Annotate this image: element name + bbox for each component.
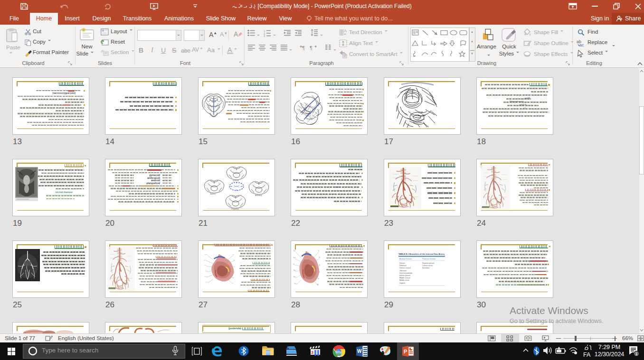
svg-text:Il.a: Il.a xyxy=(204,264,206,266)
svg-text:Lateral sacral: Lateral sacral xyxy=(422,265,433,267)
svg-text:Superior gluteal: Superior gluteal xyxy=(422,262,434,264)
svg-text:Ur: Ur xyxy=(318,250,320,252)
svg-text:Inferior gluteal: Inferior gluteal xyxy=(399,275,410,277)
svg-text:1: 1 xyxy=(635,351,638,356)
svg-text:Lv: Lv xyxy=(233,277,235,278)
svg-text:Posterior Division: Posterior Division xyxy=(422,258,436,260)
svg-text:Platypelloid: Platypelloid xyxy=(231,208,239,210)
svg-text:Ur: Ur xyxy=(233,253,234,255)
svg-text:Uterine: Uterine xyxy=(399,262,405,264)
svg-text:Sc.a: Sc.a xyxy=(206,281,208,283)
svg-text:Middle vesical: Middle vesical xyxy=(399,277,410,279)
svg-text:Vg.a: Vg.a xyxy=(294,269,296,271)
svg-text:Ov.a: Ov.a xyxy=(204,259,207,261)
svg-text:¶: ¶ xyxy=(310,45,313,51)
svg-text:Android: Android xyxy=(210,193,216,195)
svg-text:Bl: Bl xyxy=(234,259,235,261)
svg-text:Iliolumbar: Iliolumbar xyxy=(422,267,430,269)
svg-text:Ut.a: Ut.a xyxy=(294,250,296,252)
svg-text:Vs: Vs xyxy=(319,264,321,266)
svg-text:Il.a: Il.a xyxy=(293,263,295,265)
svg-text:Ut.a: Ut.a xyxy=(205,253,207,255)
svg-text:Anterior Division: Anterior Division xyxy=(399,258,412,260)
svg-text:Gynecoid: Gynecoid xyxy=(233,180,239,182)
svg-text:A: A xyxy=(234,30,238,38)
svg-text:Lv: Lv xyxy=(318,277,320,279)
svg-text:Internal pudenda: Internal pudenda xyxy=(399,272,412,274)
svg-text:Anthropoid: Anthropoid xyxy=(255,194,262,196)
svg-text:Sc.a: Sc.a xyxy=(294,283,297,285)
svg-text:Vg.a: Vg.a xyxy=(205,270,208,272)
svg-text:P: P xyxy=(404,349,407,354)
svg-text:Uterine vesical: Uterine vesical xyxy=(399,267,411,269)
svg-text:Vs: Vs xyxy=(234,265,236,267)
svg-text:¶: ¶ xyxy=(302,45,305,51)
svg-text:Pd.a: Pd.a xyxy=(294,276,296,278)
svg-text:Pd.a: Pd.a xyxy=(205,276,208,277)
svg-text:Ov.a: Ov.a xyxy=(293,257,295,258)
svg-text:A: A xyxy=(344,28,347,33)
svg-text:Umbilical: Umbilical xyxy=(399,265,407,267)
svg-text:An: An xyxy=(317,284,319,286)
svg-text:An: An xyxy=(232,282,234,284)
svg-text:Middle rectal: Middle rectal xyxy=(399,279,409,281)
svg-text:ac: ac xyxy=(579,43,584,47)
svg-text:W: W xyxy=(357,349,362,354)
svg-text:Vaginal: Vaginal xyxy=(399,282,405,284)
svg-text:3: 3 xyxy=(264,35,265,37)
svg-text:3: 3 xyxy=(311,350,313,355)
svg-text:Obturator: Obturator xyxy=(399,270,407,272)
svg-text:Bl: Bl xyxy=(319,257,320,258)
svg-text:TABLE 8-1 Branches of the Int: TABLE 8-1 Branches of the Internal Iliac… xyxy=(398,253,445,255)
